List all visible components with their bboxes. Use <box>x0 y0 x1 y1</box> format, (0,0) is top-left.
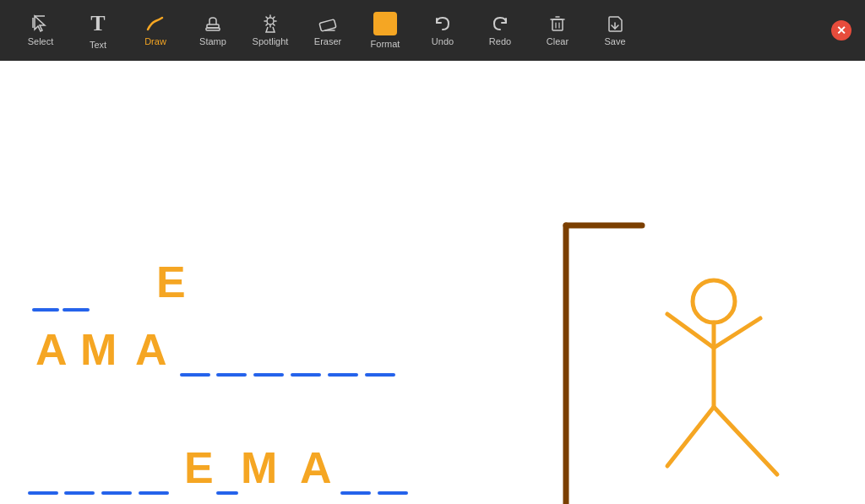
draw-tool[interactable]: Draw <box>128 5 182 56</box>
format-icon <box>373 12 397 35</box>
close-icon: ✕ <box>836 24 846 37</box>
toolbar: Select T Text Draw Stamp <box>0 0 865 61</box>
svg-line-9 <box>266 17 267 18</box>
eraser-tool[interactable]: Eraser <box>301 5 355 56</box>
svg-point-4 <box>267 18 274 24</box>
spotlight-icon <box>261 14 280 33</box>
svg-rect-15 <box>552 19 563 30</box>
eraser-label: Eraser <box>314 36 341 46</box>
undo-icon <box>433 14 452 33</box>
spotlight-label: Spotlight <box>253 36 289 46</box>
select-label: Select <box>28 36 54 46</box>
text-tool[interactable]: T Text <box>71 5 125 56</box>
close-button[interactable]: ✕ <box>831 20 851 41</box>
clear-icon <box>548 14 567 33</box>
redo-label: Redo <box>489 36 511 46</box>
svg-rect-13 <box>319 19 336 31</box>
clear-label: Clear <box>547 36 569 46</box>
save-label: Save <box>604 36 625 46</box>
canvas-area[interactable] <box>0 61 865 504</box>
stamp-tool[interactable]: Stamp <box>186 5 240 56</box>
select-icon <box>31 14 50 33</box>
spotlight-tool[interactable]: Spotlight <box>243 5 297 56</box>
undo-tool[interactable]: Undo <box>416 5 470 56</box>
text-label: Text <box>90 40 106 50</box>
svg-rect-3 <box>206 28 220 30</box>
draw-label: Draw <box>144 36 166 46</box>
draw-icon <box>146 14 165 33</box>
svg-line-11 <box>274 17 275 18</box>
clear-tool[interactable]: Clear <box>530 5 585 56</box>
save-icon <box>606 14 624 33</box>
stamp-label: Stamp <box>199 36 226 46</box>
svg-line-12 <box>266 24 267 25</box>
eraser-icon <box>318 14 337 33</box>
redo-icon <box>491 14 509 33</box>
save-tool[interactable]: Save <box>588 5 642 56</box>
redo-tool[interactable]: Redo <box>473 5 527 56</box>
stamp-icon <box>204 14 222 33</box>
svg-line-10 <box>274 24 275 25</box>
format-tool[interactable]: Format <box>358 5 412 56</box>
text-icon: T <box>90 11 105 36</box>
format-label: Format <box>371 39 400 49</box>
drawing-canvas[interactable] <box>0 61 865 504</box>
undo-label: Undo <box>432 36 454 46</box>
select-tool[interactable]: Select <box>14 5 68 56</box>
